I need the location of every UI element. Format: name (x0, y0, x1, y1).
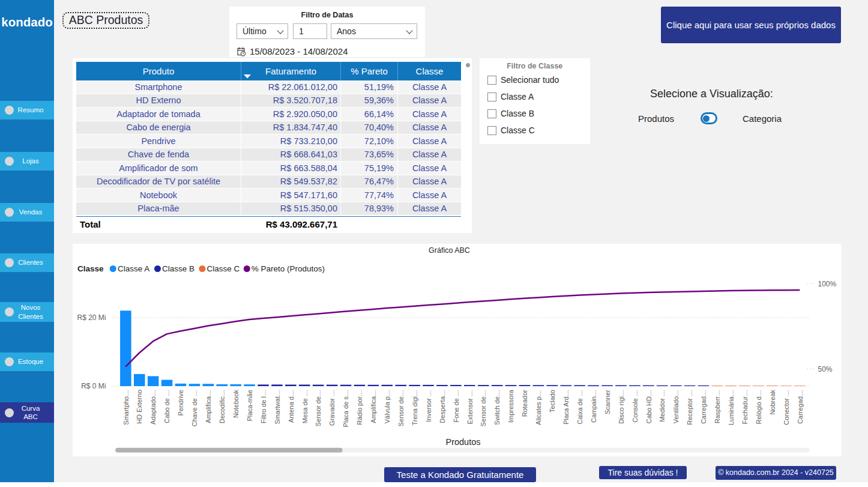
svg-text:Conector …: Conector … (782, 390, 789, 425)
svg-text:Decodific…: Decodific… (218, 390, 225, 423)
svg-text:Classe C: Classe C (206, 264, 240, 273)
svg-text:Fone de …: Fone de … (452, 390, 459, 422)
svg-text:Caixa de …: Caixa de … (576, 390, 583, 424)
svg-text:R$ 20 Mi: R$ 20 Mi (77, 313, 106, 322)
svg-text:Extensor …: Extensor … (466, 390, 473, 424)
svg-text:Disco rígi…: Disco rígi… (617, 390, 624, 424)
svg-text:50%: 50% (818, 365, 832, 374)
svg-text:Console …: Console … (631, 390, 638, 422)
svg-text:Classe A: Classe A (118, 264, 149, 273)
svg-text:Sensor de…: Sensor de… (315, 390, 322, 426)
svg-text:Amplifica…: Amplifica… (205, 390, 212, 423)
svg-text:HD Externo: HD Externo (136, 390, 143, 424)
svg-text:Notebook: Notebook (232, 390, 239, 419)
svg-text:Fechadur…: Fechadur… (741, 390, 748, 424)
svg-text:Rádio por…: Rádio por… (356, 390, 363, 425)
svg-text:Classe B: Classe B (162, 264, 194, 273)
svg-text:Smartwat…: Smartwat… (273, 390, 280, 424)
svg-text:Receptor …: Receptor … (686, 390, 693, 425)
svg-text:Sensor de…: Sensor de… (480, 390, 487, 426)
svg-text:Luminária…: Luminária… (728, 390, 735, 425)
svg-text:Alicates p…: Alicates p… (535, 390, 542, 425)
svg-text:% Pareto (Produtos): % Pareto (Produtos) (251, 264, 324, 273)
svg-text:Placa-mãe: Placa-mãe (246, 390, 253, 422)
svg-text:Mesa de …: Mesa de … (301, 390, 308, 423)
svg-text:Placa Ard…: Placa Ard… (562, 390, 569, 425)
svg-text:Smartpho…: Smartpho… (122, 390, 129, 425)
svg-text:Gravador …: Gravador … (328, 390, 336, 426)
svg-text:Adaptado…: Adaptado… (149, 390, 157, 425)
svg-text:Chave de …: Chave de … (191, 390, 198, 426)
svg-text:Classe: Classe (77, 264, 104, 273)
svg-text:Inversor …: Inversor … (424, 390, 432, 422)
svg-text:Relógio d…: Relógio d… (755, 390, 762, 424)
svg-text:Placa de s…: Placa de s… (342, 390, 349, 427)
svg-text:Impressora: Impressora (507, 389, 514, 423)
svg-text:Cabo HD…: Cabo HD… (645, 390, 652, 423)
svg-text:Carregad…: Carregad… (700, 390, 707, 424)
svg-text:Gráfico ABC: Gráfico ABC (429, 246, 470, 255)
svg-text:Válvula p…: Válvula p… (384, 390, 391, 423)
svg-text:Amplifica…: Amplifica… (370, 390, 377, 423)
svg-text:Switch de…: Switch de… (493, 390, 501, 425)
svg-text:Antena d…: Antena d… (287, 390, 294, 423)
svg-text:Medidor …: Medidor … (659, 390, 666, 422)
svg-text:100%: 100% (818, 280, 836, 288)
svg-text:Scanner: Scanner (603, 390, 610, 414)
svg-text:Teclado: Teclado (549, 390, 556, 413)
svg-text:Sensor de…: Sensor de… (397, 390, 404, 426)
svg-text:Desperta…: Desperta… (438, 390, 445, 423)
svg-text:Ventilado…: Ventilado… (672, 390, 680, 423)
svg-text:Pendrive: Pendrive (177, 390, 184, 416)
svg-text:Trena digi…: Trena digi… (411, 390, 418, 426)
svg-text:Produtos: Produtos (445, 437, 480, 447)
svg-text:Cabo de …: Cabo de … (163, 390, 170, 423)
svg-text:Roteador: Roteador (521, 390, 528, 417)
svg-text:Nobreak: Nobreak (768, 390, 776, 415)
svg-text:R$ 0 Mi: R$ 0 Mi (81, 382, 106, 390)
svg-text:Filtro de l…: Filtro de l… (259, 390, 267, 423)
svg-text:Carregad…: Carregad… (796, 390, 803, 424)
svg-text:Campain…: Campain… (589, 390, 597, 423)
svg-text:Raspberr…: Raspberr… (714, 390, 721, 423)
